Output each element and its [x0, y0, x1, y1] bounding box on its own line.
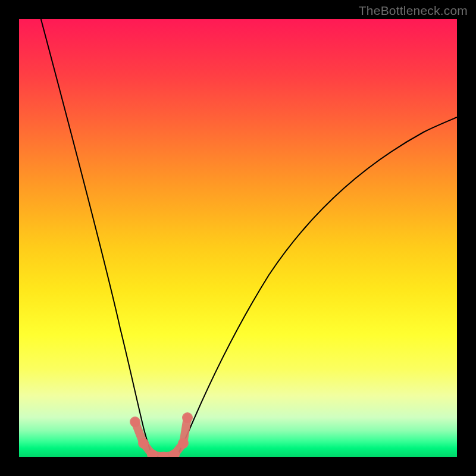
marker-dot [182, 412, 193, 423]
bottleneck-curve-layer [19, 19, 457, 457]
plot-frame [19, 19, 457, 457]
watermark-text: TheBottleneck.com [359, 4, 468, 18]
marker-dot [130, 416, 140, 427]
curve-left-branch [41, 19, 153, 457]
marker-dot [138, 438, 149, 449]
curve-right-branch [177, 117, 457, 457]
valley-markers [130, 412, 193, 457]
marker-dot [178, 438, 189, 449]
